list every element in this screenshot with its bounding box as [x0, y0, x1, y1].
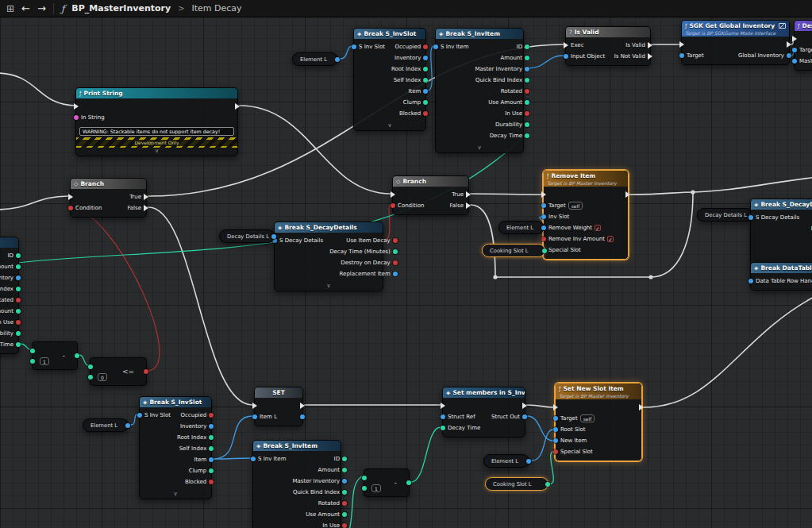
pin-amount[interactable] [525, 56, 529, 60]
pin-s-inv-item[interactable] [433, 44, 438, 49]
pin-in-use[interactable] [525, 111, 529, 116]
node-decay-details-l-2[interactable]: Decay Details L [697, 208, 752, 222]
exec-pin-pin[interactable] [68, 194, 73, 200]
node-cooking-slot-l-1[interactable]: Cooking Slot L [482, 244, 545, 257]
pin-pin[interactable] [362, 476, 367, 480]
pin-in-string[interactable] [74, 115, 79, 120]
exec-pin-is-valid[interactable] [648, 42, 652, 48]
node-break-s-invitem-partial[interactable]: ◈Break S_InvItemS Inv ItemIDAmountMaster… [0, 237, 19, 354]
breadcrumb-root[interactable]: BP_MasterInventory [71, 3, 171, 13]
pin-pin[interactable] [88, 375, 93, 380]
exec-pin-pin[interactable] [522, 403, 527, 409]
node-break-s-decaydetails-2[interactable]: ◈Break S_DecayDetailsS Decay DetailsUse … [750, 198, 812, 268]
pin-inv-slot[interactable] [541, 214, 546, 219]
exec-pin-pin[interactable] [541, 191, 546, 198]
node-header[interactable]: ◈Break DataTableRow [751, 263, 812, 273]
node-element-l-4[interactable]: Element L [483, 454, 529, 468]
node-header[interactable]: ƒDestroy [795, 21, 812, 31]
value-box[interactable]: 0 [98, 373, 107, 381]
pin-destroy-on-decay[interactable] [393, 260, 398, 265]
pin-condition[interactable] [391, 203, 395, 208]
window-grid-icon[interactable]: ⊞ [6, 3, 14, 14]
pin-item-l[interactable] [252, 414, 257, 419]
pin-s-inv-slot[interactable] [137, 413, 142, 418]
pin-s-inv-slot[interactable] [352, 44, 356, 49]
node-branch-2[interactable]: ◇BranchConditionTrueFalse [392, 175, 469, 215]
pin-use-amount[interactable] [342, 512, 347, 517]
collapse-chevron-icon[interactable]: ∨ [436, 145, 523, 152]
node-element-l-2-out-pin[interactable] [541, 225, 546, 230]
exec-pin-false[interactable] [144, 205, 148, 211]
node-destroy-partial[interactable]: ƒDestroyTargetMaste [794, 20, 812, 71]
node-header[interactable]: ◈Set members in S_InvItem [443, 387, 525, 398]
pin-use-amount[interactable] [16, 309, 21, 314]
pin-quick-bind-index[interactable] [342, 490, 347, 495]
pin-pin[interactable] [75, 353, 79, 358]
pin-rotated[interactable] [342, 501, 347, 506]
node-break-s-decaydetails-1[interactable]: ◈Break S_DecayDetailsS Decay DetailsUse … [274, 222, 383, 291]
node-remove-item[interactable]: ƒRemove ItemTarget is BP Master Inventor… [543, 170, 629, 260]
pin-id[interactable] [342, 457, 347, 461]
node-subtract-1[interactable]: 1- [32, 341, 78, 370]
node-break-datatablerow[interactable]: ◈Break DataTableRowData Table Row Handle [750, 262, 812, 291]
pin-struct-ref[interactable] [441, 414, 445, 419]
pin-decay-time[interactable] [441, 426, 445, 430]
checkbox[interactable]: ✓ [607, 236, 614, 242]
pin-maste[interactable] [792, 59, 797, 64]
exec-pin-pin[interactable] [441, 403, 445, 409]
node-branch-1[interactable]: ◇BranchConditionTrueFalse [70, 178, 147, 218]
pin-in-use[interactable] [342, 523, 347, 528]
node-sgk-get-global-inventory[interactable]: ƒSGK Get Global InventoryTarget is BP SG… [681, 20, 790, 65]
node-cooking-slot-l-1-out-pin[interactable] [542, 249, 547, 253]
node-less-equal[interactable]: 0<= [90, 357, 147, 386]
pin-blocked[interactable] [423, 111, 428, 116]
pin-decay-time-minutes[interactable] [393, 249, 398, 254]
node-set-new-slot-item[interactable]: ƒSet New Slot ItemTarget is BP Master In… [555, 383, 642, 461]
node-header[interactable]: ◈Break S_InvItem [253, 441, 341, 451]
pin-amount[interactable] [16, 264, 21, 269]
exec-pin-pin[interactable] [391, 191, 395, 198]
pin-self-index[interactable] [209, 446, 214, 451]
pin-decay-time[interactable] [525, 133, 529, 138]
node-subtract-2[interactable]: 1- [364, 468, 410, 497]
pin-master-inventory[interactable] [525, 67, 529, 71]
node-break-s-invitem-1[interactable]: ◈Break S_InvItemS Inv ItemIDAmountMaster… [435, 28, 524, 153]
in-string-value[interactable]: WARNING: Stackable items do not support … [79, 127, 234, 136]
pin-pin[interactable] [30, 359, 35, 364]
pin-durability[interactable] [16, 331, 21, 336]
node-print-string[interactable]: ƒPrint StringIn StringWARNING: Stackable… [75, 87, 238, 156]
pin-s-decay-details[interactable] [749, 215, 753, 220]
exec-pin-pin[interactable] [74, 103, 79, 110]
node-decay-details-l-1[interactable]: Decay Details L [219, 229, 275, 243]
node-cooking-slot-l-2-out-pin[interactable] [545, 482, 550, 487]
exec-pin-true[interactable] [144, 194, 148, 200]
node-header[interactable]: ƒSet New Slot ItemTarget is BP Master In… [556, 383, 641, 399]
node-header[interactable]: ?Is Valid [566, 27, 650, 37]
pin-in-use[interactable] [16, 320, 21, 325]
node-cooking-slot-l-2[interactable]: Cooking Slot L [485, 477, 548, 491]
pin-id[interactable] [16, 253, 21, 258]
exec-pin-pin[interactable] [679, 41, 684, 48]
node-header[interactable]: ◇Branch [71, 179, 146, 189]
pin-s-inv-item[interactable] [251, 457, 256, 461]
node-header[interactable]: ◈Break S_DecayDetails [275, 222, 383, 233]
pin-global-inventory[interactable] [787, 53, 791, 58]
pin-inventory[interactable] [209, 424, 214, 429]
node-element-l-4-out-pin[interactable] [526, 459, 531, 464]
exec-pin-exec[interactable] [564, 42, 568, 48]
pin-target[interactable] [553, 416, 558, 421]
node-element-l-1-out-pin[interactable] [335, 57, 340, 62]
pin-master-inventory[interactable] [342, 479, 347, 484]
node-header[interactable]: ƒSGK Get Global InventoryTarget is BP SG… [682, 21, 789, 37]
pin-clump[interactable] [209, 468, 214, 473]
exec-pin-is-not-valid[interactable] [648, 53, 652, 60]
pin-blocked[interactable] [209, 480, 214, 484]
collapse-chevron-icon[interactable]: ∨ [275, 283, 383, 291]
exec-pin-pin[interactable] [252, 403, 257, 409]
pin-self-index[interactable] [423, 78, 428, 83]
node-header[interactable]: ƒRemove ItemTarget is BP Master Inventor… [544, 171, 628, 187]
pin-target[interactable] [792, 48, 797, 52]
node-set-item-l[interactable]: SETItem L [254, 387, 303, 426]
pin-master-inventory[interactable] [16, 276, 21, 280]
node-header[interactable]: ◈Break S_InvItem [0, 237, 18, 248]
